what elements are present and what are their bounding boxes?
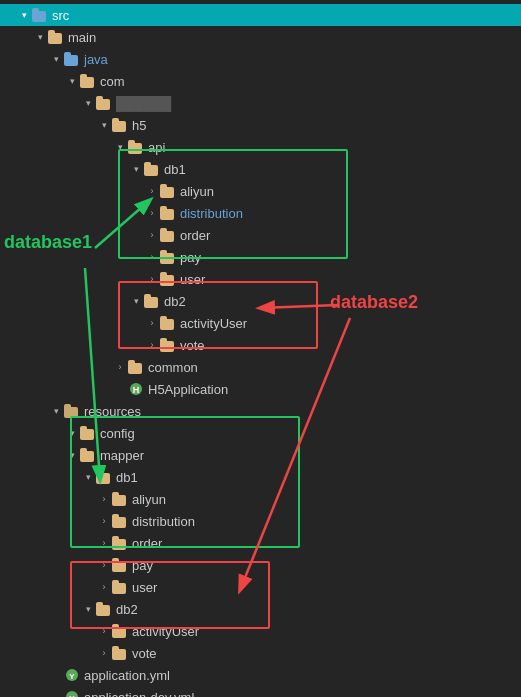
item-label-config: config [100, 426, 135, 441]
chevron-pay [144, 252, 160, 262]
folder-icon-distributionm [112, 514, 128, 528]
svg-text:H: H [133, 385, 140, 395]
tree-item-aliyun[interactable]: aliyun [0, 180, 521, 202]
folder-icon-aliyunm [112, 492, 128, 506]
chevron-api [112, 142, 128, 152]
item-label-appdevyml: application-dev.yml [84, 690, 194, 698]
chevron-votem [96, 648, 112, 658]
chevron-activityUser [144, 318, 160, 328]
folder-icon-h5 [112, 118, 128, 132]
tree-item-resources[interactable]: resources [0, 400, 521, 422]
folder-icon-mapper [80, 448, 96, 462]
tree-item-blurred[interactable]: ██████ [0, 92, 521, 114]
item-label-vote: vote [180, 338, 205, 353]
item-label-com: com [100, 74, 125, 89]
chevron-src [16, 10, 32, 20]
folder-icon-db2 [144, 294, 160, 308]
item-label-distributionm: distribution [132, 514, 195, 529]
item-label-votem: vote [132, 646, 157, 661]
item-label-db2: db2 [164, 294, 186, 309]
folder-icon-activityUserm [112, 624, 128, 638]
tree-item-mapper[interactable]: mapper [0, 444, 521, 466]
tree-item-pay[interactable]: pay [0, 246, 521, 268]
tree-item-db1m[interactable]: db1 [0, 466, 521, 488]
folder-icon-db1 [144, 162, 160, 176]
item-label-api: api [148, 140, 165, 155]
tree-item-com[interactable]: com [0, 70, 521, 92]
tree-item-aliyunm[interactable]: aliyun [0, 488, 521, 510]
item-label-src: src [52, 8, 69, 23]
tree-item-src[interactable]: src [0, 4, 521, 26]
tree-item-h5[interactable]: h5 [0, 114, 521, 136]
tree-item-common[interactable]: common [0, 356, 521, 378]
file-icon-appdevyml: Y [64, 690, 80, 697]
folder-icon-db2m [96, 602, 112, 616]
tree-item-db2m[interactable]: db2 [0, 598, 521, 620]
tree-item-userm[interactable]: user [0, 576, 521, 598]
tree-item-activityUserm[interactable]: activityUser [0, 620, 521, 642]
item-label-activityUserm: activityUser [132, 624, 199, 639]
chevron-distributionm [96, 516, 112, 526]
folder-icon-votem [112, 646, 128, 660]
chevron-distribution [144, 208, 160, 218]
tree-item-H5Application[interactable]: H H5Application [0, 378, 521, 400]
svg-text:Y: Y [69, 672, 75, 681]
item-label-java: java [84, 52, 108, 67]
item-label-aliyun: aliyun [180, 184, 214, 199]
tree-item-orderm[interactable]: order [0, 532, 521, 554]
item-label-activityUser: activityUser [180, 316, 247, 331]
folder-icon-activityUser [160, 316, 176, 330]
tree-item-db1[interactable]: db1 [0, 158, 521, 180]
chevron-config [64, 428, 80, 438]
item-label-blurred: ██████ [116, 96, 171, 111]
folder-icon-common [128, 360, 144, 374]
folder-icon-db1m [96, 470, 112, 484]
chevron-db1 [128, 164, 144, 174]
chevron-paym [96, 560, 112, 570]
file-icon-h5app: H [128, 382, 144, 396]
tree-item-appdevyml[interactable]: Y application-dev.yml [0, 686, 521, 697]
folder-icon-user [160, 272, 176, 286]
chevron-com [64, 76, 80, 86]
item-label-userm: user [132, 580, 157, 595]
folder-icon-order [160, 228, 176, 242]
item-label-db2m: db2 [116, 602, 138, 617]
tree-item-activityUser[interactable]: activityUser [0, 312, 521, 334]
folder-icon-pay [160, 250, 176, 264]
chevron-order [144, 230, 160, 240]
tree-item-distributionm[interactable]: distribution [0, 510, 521, 532]
tree-item-config[interactable]: config [0, 422, 521, 444]
tree-item-main[interactable]: main [0, 26, 521, 48]
folder-icon-com [80, 74, 96, 88]
folder-icon-api [128, 140, 144, 154]
folder-icon-src [32, 8, 48, 22]
tree-item-java[interactable]: java [0, 48, 521, 70]
folder-icon-paym [112, 558, 128, 572]
chevron-resources [48, 406, 64, 416]
tree-item-user[interactable]: user [0, 268, 521, 290]
item-label-appyml: application.yml [84, 668, 170, 683]
folder-icon-vote [160, 338, 176, 352]
tree-item-vote[interactable]: vote [0, 334, 521, 356]
item-label-user: user [180, 272, 205, 287]
tree-item-api[interactable]: api [0, 136, 521, 158]
file-icon-appyml: Y [64, 668, 80, 682]
item-label-resources: resources [84, 404, 141, 419]
chevron-user [144, 274, 160, 284]
item-label-aliyunm: aliyun [132, 492, 166, 507]
folder-icon-main [48, 30, 64, 44]
tree-item-db2[interactable]: db2 [0, 290, 521, 312]
tree-item-distribution[interactable]: distribution [0, 202, 521, 224]
item-label-mapper: mapper [100, 448, 144, 463]
tree-item-appyml[interactable]: Y application.yml [0, 664, 521, 686]
chevron-userm [96, 582, 112, 592]
tree-item-order[interactable]: order [0, 224, 521, 246]
chevron-aliyunm [96, 494, 112, 504]
folder-icon-resources [64, 404, 80, 418]
tree-item-paym[interactable]: pay [0, 554, 521, 576]
chevron-vote [144, 340, 160, 350]
tree-item-votem[interactable]: vote [0, 642, 521, 664]
item-label-orderm: order [132, 536, 162, 551]
folder-icon-java [64, 52, 80, 66]
item-label-paym: pay [132, 558, 153, 573]
